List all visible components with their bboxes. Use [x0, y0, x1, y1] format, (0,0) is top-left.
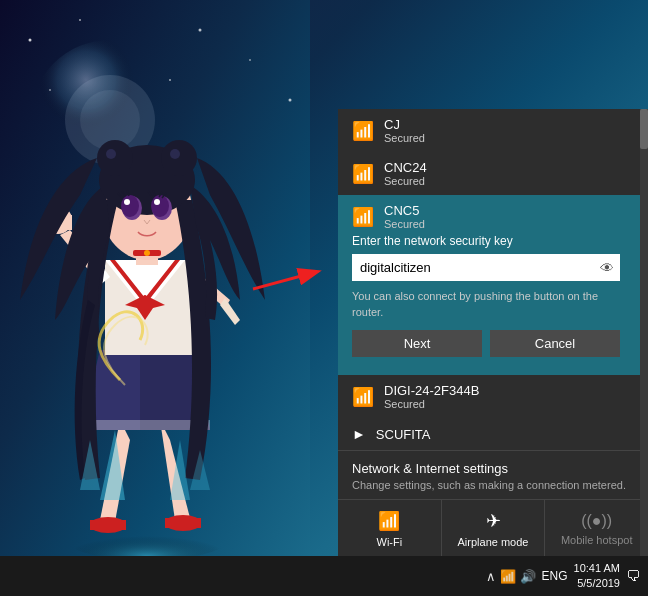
taskbar-right: ∧ 📶 🔊 ENG 10:41 AM 5/5/2019 🗨: [486, 561, 641, 592]
airplane-icon: ✈: [486, 510, 501, 532]
svg-point-18: [161, 140, 197, 176]
svg-point-10: [289, 99, 292, 102]
network-panel: 📶 CJ Secured 📶 CNC24 Secured 📶 CNC5 Secu…: [338, 109, 648, 556]
network-item-cnc5-header: 📶 CNC5 Secured: [352, 203, 620, 230]
network-info-digi: DIGI-24-2F344B Secured: [384, 383, 479, 410]
network-item-digi[interactable]: 📶 DIGI-24-2F344B Secured: [338, 375, 648, 418]
action-bar: 📶 Wi-Fi ✈ Airplane mode ((●)) Mobile hot…: [338, 499, 648, 556]
hotspot-icon: ((●)): [581, 512, 612, 530]
taskbar: ∧ 📶 🔊 ENG 10:41 AM 5/5/2019 🗨: [0, 556, 648, 596]
password-input[interactable]: [352, 254, 620, 281]
wifi-icon-digi: 📶: [352, 386, 374, 408]
airplane-label: Airplane mode: [458, 536, 529, 548]
svg-point-23: [121, 195, 139, 217]
network-name-scufita: SCUFITA: [376, 427, 431, 442]
hotspot-label: Mobile hotspot: [561, 534, 633, 546]
network-status-cnc5: Secured: [384, 218, 425, 230]
svg-point-20: [170, 149, 180, 159]
speaker-icon[interactable]: 🔊: [520, 569, 536, 584]
network-name-cnc24: CNC24: [384, 160, 427, 175]
svg-point-17: [97, 140, 133, 176]
scrollbar[interactable]: [640, 109, 648, 556]
password-label: Enter the network security key: [352, 234, 620, 248]
svg-line-35: [253, 272, 316, 289]
notification-center-icon[interactable]: 🗨: [626, 568, 640, 584]
network-status-cj: Secured: [384, 132, 425, 144]
network-info-cnc24: CNC24 Secured: [384, 160, 427, 187]
network-info-cnc5: CNC5 Secured: [384, 203, 425, 230]
settings-section: Network & Internet settings Change setti…: [338, 450, 648, 499]
next-button[interactable]: Next: [352, 330, 482, 357]
language-indicator[interactable]: ENG: [542, 569, 568, 583]
wifi-icon-cj: 📶: [352, 120, 374, 142]
svg-point-24: [151, 195, 169, 217]
svg-point-5: [79, 19, 81, 21]
network-item-cnc24[interactable]: 📶 CNC24 Secured: [338, 152, 648, 195]
network-info-scufita: SCUFITA: [376, 427, 431, 442]
wifi-action-label: Wi-Fi: [377, 536, 403, 548]
svg-point-28: [144, 250, 150, 256]
wifi-toggle-button[interactable]: 📶 Wi-Fi: [338, 500, 442, 556]
scroll-thumb[interactable]: [640, 109, 648, 149]
wifi-icon-cnc24: 📶: [352, 163, 374, 185]
network-item-scufita[interactable]: ► SCUFITA: [338, 418, 648, 450]
wifi-icon-cnc5: 📶: [352, 206, 374, 228]
network-name-cj: CJ: [384, 117, 425, 132]
airplane-mode-button[interactable]: ✈ Airplane mode: [442, 500, 546, 556]
taskbar-system-icons: ∧ 📶 🔊: [486, 569, 536, 584]
password-input-wrapper: 👁: [352, 254, 620, 281]
svg-point-19: [106, 149, 116, 159]
svg-point-25: [124, 199, 130, 205]
show-password-icon[interactable]: 👁: [600, 260, 614, 276]
network-list: 📶 CJ Secured 📶 CNC24 Secured 📶 CNC5 Secu…: [338, 109, 648, 450]
chevron-up-icon[interactable]: ∧: [486, 569, 496, 584]
network-item-cj[interactable]: 📶 CJ Secured: [338, 109, 648, 152]
router-hint: You can also connect by pushing the butt…: [352, 289, 620, 320]
network-status-icon[interactable]: 📶: [500, 569, 516, 584]
network-name-cnc5: CNC5: [384, 203, 425, 218]
network-status-cnc24: Secured: [384, 175, 427, 187]
svg-point-8: [169, 79, 171, 81]
svg-point-9: [49, 89, 51, 91]
network-item-cnc5[interactable]: 📶 CNC5 Secured Enter the network securit…: [338, 195, 648, 375]
password-section: Enter the network security key 👁 You can…: [352, 230, 620, 375]
svg-point-26: [154, 199, 160, 205]
taskbar-time-display: 10:41 AM: [574, 561, 620, 576]
svg-point-6: [199, 29, 202, 32]
taskbar-clock[interactable]: 10:41 AM 5/5/2019: [574, 561, 620, 592]
settings-title[interactable]: Network & Internet settings: [352, 461, 634, 476]
settings-description: Change settings, such as making a connec…: [352, 479, 634, 491]
red-arrow: [248, 264, 328, 298]
network-status-digi: Secured: [384, 398, 479, 410]
password-buttons: Next Cancel: [352, 330, 620, 357]
svg-point-4: [29, 39, 32, 42]
wifi-action-icon: 📶: [378, 510, 400, 532]
network-info-cj: CJ Secured: [384, 117, 425, 144]
svg-point-7: [249, 59, 251, 61]
wifi-icon-scufita: ►: [352, 426, 366, 442]
taskbar-date-display: 5/5/2019: [574, 576, 620, 591]
network-name-digi: DIGI-24-2F344B: [384, 383, 479, 398]
hotspot-button[interactable]: ((●)) Mobile hotspot: [545, 500, 648, 556]
cancel-button[interactable]: Cancel: [490, 330, 620, 357]
